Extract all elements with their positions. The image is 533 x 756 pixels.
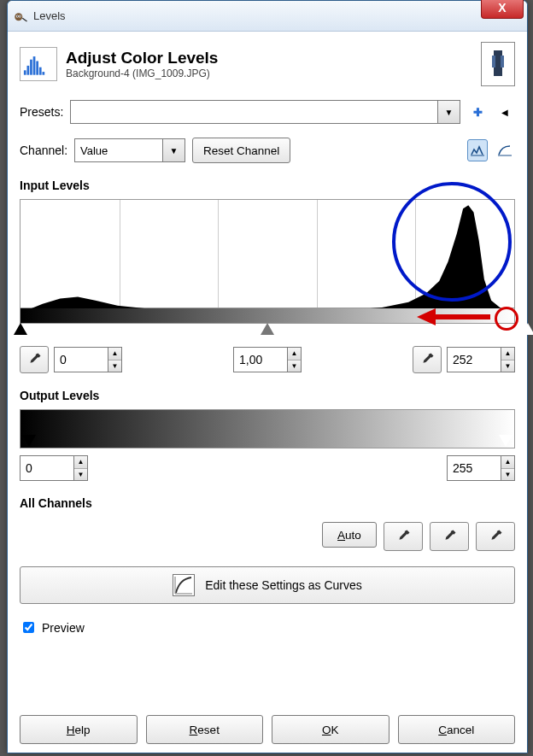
- spin-up-icon[interactable]: ▲: [74, 456, 87, 469]
- presets-dropdown-button[interactable]: ▼: [437, 101, 460, 123]
- histogram-linear-icon: [471, 144, 484, 156]
- auto-button[interactable]: Auto: [322, 522, 377, 548]
- pick-gray-all-button[interactable]: [430, 522, 469, 551]
- reset-channel-button[interactable]: Reset Channel: [192, 138, 290, 163]
- spin-down-icon[interactable]: ▼: [501, 469, 514, 481]
- pick-black-point-button[interactable]: [20, 346, 49, 373]
- input-low-spinbox[interactable]: ▲ ▼: [54, 347, 122, 372]
- histogram-plot: [20, 200, 514, 313]
- gimp-icon: [13, 9, 28, 24]
- all-channels-label: All Channels: [20, 496, 515, 510]
- levels-icon: [20, 47, 57, 81]
- output-gradient[interactable]: [20, 409, 515, 448]
- input-high-field[interactable]: [447, 347, 501, 372]
- input-gamma-slider[interactable]: [261, 323, 274, 335]
- svg-rect-10: [39, 67, 42, 75]
- help-button[interactable]: Help: [20, 715, 138, 744]
- svg-point-3: [17, 15, 19, 17]
- spin-up-icon[interactable]: ▲: [288, 348, 301, 360]
- input-gamma-field[interactable]: [233, 347, 288, 372]
- svg-rect-7: [30, 60, 32, 75]
- svg-rect-14: [501, 56, 504, 67]
- titlebar[interactable]: Levels X: [8, 1, 527, 32]
- reset-button[interactable]: Reset: [146, 715, 264, 744]
- svg-rect-13: [492, 56, 495, 67]
- input-low-field[interactable]: [54, 347, 108, 372]
- pick-white-point-button[interactable]: [413, 346, 442, 373]
- svg-rect-6: [27, 66, 30, 75]
- histogram-log-button[interactable]: [495, 139, 515, 161]
- input-histogram[interactable]: [20, 199, 515, 308]
- plus-icon: ✚: [473, 106, 483, 119]
- svg-point-4: [20, 15, 21, 17]
- output-high-spinbox[interactable]: ▲ ▼: [447, 455, 515, 481]
- ok-button[interactable]: OK: [272, 715, 390, 744]
- menu-arrow-icon: ◀: [501, 108, 508, 117]
- dialog-title: Adjust Color Levels: [66, 49, 218, 67]
- channel-combo[interactable]: Value ▼: [74, 138, 185, 162]
- close-icon: X: [498, 1, 506, 15]
- output-high-slider[interactable]: [499, 435, 512, 447]
- dialog-content: Adjust Color Levels Background-4 (IMG_10…: [8, 32, 527, 753]
- input-levels-label: Input Levels: [20, 179, 515, 192]
- channel-dropdown-button[interactable]: ▼: [162, 139, 184, 161]
- levels-dialog: Levels X Adjust Color Levels Background: [7, 0, 528, 753]
- histogram-linear-button[interactable]: [467, 139, 488, 161]
- eyedropper-icon: [442, 529, 457, 544]
- channel-label: Channel:: [20, 144, 67, 157]
- dialog-footer: Help Reset OK Cancel: [20, 703, 515, 744]
- presets-label: Presets:: [20, 105, 63, 119]
- input-high-slider[interactable]: [521, 323, 533, 335]
- eyedropper-icon: [26, 352, 42, 367]
- pick-black-all-button[interactable]: [384, 522, 423, 551]
- input-high-spinbox[interactable]: ▲ ▼: [447, 347, 515, 372]
- svg-rect-9: [36, 62, 38, 75]
- spin-up-icon[interactable]: ▲: [108, 348, 121, 360]
- output-levels-label: Output Levels: [20, 389, 515, 402]
- spin-down-icon[interactable]: ▼: [288, 360, 301, 372]
- cancel-button[interactable]: Cancel: [398, 715, 516, 744]
- add-preset-button[interactable]: ✚: [467, 101, 488, 123]
- layer-thumbnail[interactable]: [481, 42, 515, 86]
- channel-value: Value: [75, 144, 162, 157]
- pick-white-all-button[interactable]: [476, 522, 515, 551]
- dialog-subtitle: Background-4 (IMG_1009.JPG): [66, 67, 218, 79]
- edit-as-curves-button[interactable]: Edit these Settings as Curves: [20, 566, 515, 604]
- spin-up-icon[interactable]: ▲: [501, 456, 514, 469]
- eyedropper-icon: [419, 352, 435, 367]
- output-high-field[interactable]: [447, 455, 501, 481]
- eyedropper-icon: [395, 529, 411, 544]
- close-button[interactable]: X: [481, 0, 524, 19]
- output-low-spinbox[interactable]: ▲ ▼: [20, 455, 88, 481]
- histogram-log-icon: [498, 144, 512, 156]
- curves-icon: [173, 574, 195, 596]
- spin-down-icon[interactable]: ▼: [108, 360, 121, 372]
- presets-combo[interactable]: ▼: [70, 100, 460, 124]
- output-low-slider[interactable]: [22, 435, 36, 447]
- input-gamma-spinbox[interactable]: ▲ ▼: [233, 347, 302, 372]
- spin-down-icon[interactable]: ▼: [74, 469, 87, 481]
- svg-rect-11: [43, 72, 45, 75]
- input-gradient[interactable]: [20, 308, 515, 324]
- input-low-slider[interactable]: [14, 323, 27, 335]
- window-title: Levels: [33, 9, 66, 22]
- preview-checkbox[interactable]: [23, 622, 34, 633]
- spin-up-icon[interactable]: ▲: [501, 348, 514, 360]
- chevron-down-icon: ▼: [170, 146, 179, 155]
- svg-rect-5: [24, 70, 26, 74]
- svg-point-0: [15, 13, 22, 21]
- spin-down-icon[interactable]: ▼: [501, 360, 514, 372]
- svg-rect-8: [33, 56, 36, 75]
- preset-menu-button[interactable]: ◀: [495, 101, 515, 123]
- output-low-field[interactable]: [20, 455, 74, 481]
- eyedropper-icon: [488, 529, 503, 544]
- chevron-down-icon: ▼: [445, 108, 454, 117]
- curves-button-label: Edit these Settings as Curves: [205, 578, 362, 592]
